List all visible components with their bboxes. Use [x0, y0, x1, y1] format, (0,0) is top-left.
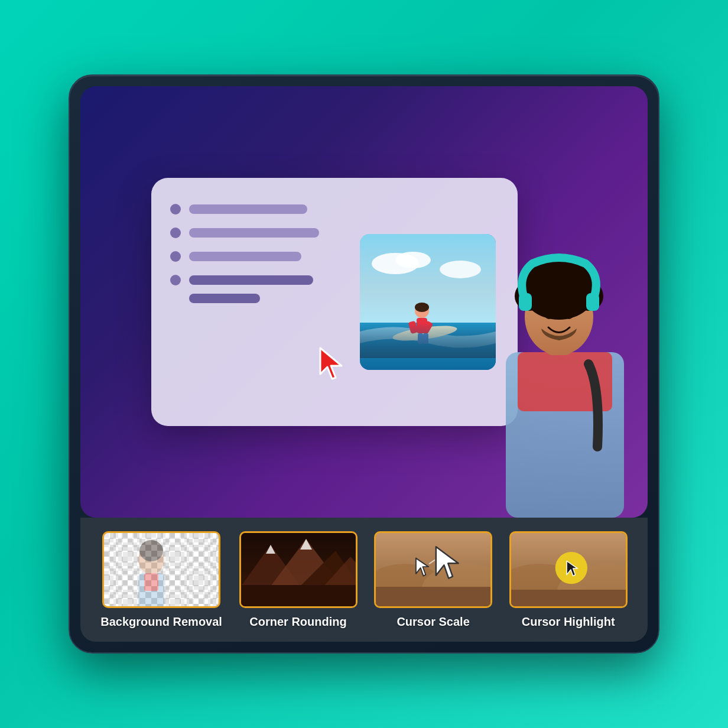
svg-point-3: [395, 252, 431, 268]
thumb-cursor-highlight: [509, 531, 628, 608]
toolbar-item-cursor-highlight[interactable]: Cursor Highlight: [509, 531, 628, 629]
toolbar-label-cursor-scale: Cursor Scale: [396, 615, 469, 629]
svg-rect-32: [104, 533, 220, 608]
list-bar-2: [189, 228, 319, 238]
screen-area: [80, 86, 648, 518]
svg-point-33: [138, 545, 164, 574]
svg-rect-36: [144, 573, 158, 591]
svg-point-23: [546, 261, 572, 287]
device-frame: Background Removal: [69, 74, 659, 654]
svg-point-25: [564, 308, 574, 319]
svg-rect-9: [408, 321, 418, 334]
list-row-1: [170, 204, 343, 214]
list-bar-4: [189, 275, 313, 285]
svg-rect-35: [138, 573, 164, 608]
svg-rect-10: [421, 320, 433, 334]
ui-card-left: [170, 199, 343, 405]
person-cutout: [470, 210, 648, 518]
list-dot-4: [170, 275, 181, 285]
list-bar-3: [189, 252, 301, 261]
svg-marker-0: [320, 348, 342, 379]
svg-point-34: [139, 540, 163, 561]
list-row-4: [170, 275, 343, 285]
toolbar-label-corner-rounding: Corner Rounding: [249, 615, 346, 629]
list-dot-1: [170, 204, 181, 214]
list-dot-3: [170, 251, 181, 262]
svg-rect-8: [417, 318, 427, 333]
list-bar-5: [189, 294, 260, 303]
svg-rect-27: [586, 293, 599, 311]
ui-card: [151, 178, 518, 426]
svg-rect-11: [418, 333, 423, 344]
svg-rect-48: [376, 587, 490, 607]
toolbar-item-cursor-scale[interactable]: Cursor Scale: [374, 531, 492, 629]
svg-rect-12: [423, 333, 428, 344]
thumb-corner-rounding: [239, 531, 358, 608]
svg-rect-42: [241, 585, 358, 608]
toolbar-item-background-removal[interactable]: Background Removal: [100, 531, 222, 629]
svg-point-6: [392, 323, 458, 343]
toolbar-label-background-removal: Background Removal: [100, 615, 222, 629]
thumb-cursor-scale: [374, 531, 492, 608]
svg-rect-26: [519, 293, 532, 311]
list-row-3: [170, 251, 343, 262]
bottom-toolbar: Background Removal: [80, 518, 648, 642]
list-row-2: [170, 228, 343, 238]
list-dot-2: [170, 228, 181, 238]
svg-rect-55: [511, 589, 626, 606]
svg-point-24: [544, 308, 554, 319]
list-bar-1: [189, 204, 307, 214]
toolbar-item-corner-rounding[interactable]: Corner Rounding: [239, 531, 358, 629]
toolbar-label-cursor-highlight: Cursor Highlight: [522, 615, 615, 629]
thumb-background-removal: [102, 531, 220, 608]
svg-point-13: [415, 303, 429, 312]
cursor-icon: [318, 346, 346, 384]
